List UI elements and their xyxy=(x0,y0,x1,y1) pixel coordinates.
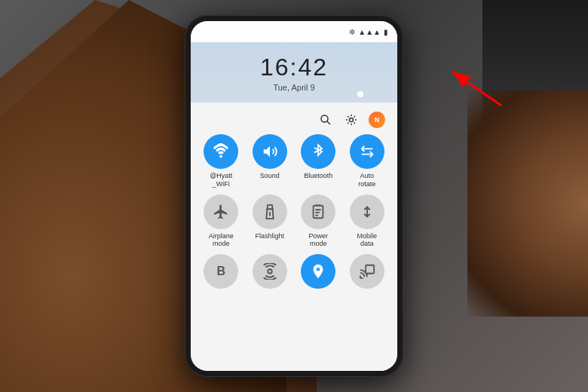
wifi-toggle-btn[interactable] xyxy=(204,134,238,169)
bluetooth-status-icon: ✲ xyxy=(349,28,355,36)
airplane-toggle[interactable]: Airplanemode xyxy=(200,194,243,249)
sound-toggle-btn[interactable] xyxy=(253,134,287,169)
quick-settings-panel: N @Hyatt_WiFi xyxy=(191,103,397,371)
wifi-toggle[interactable]: @Hyatt_WiFi xyxy=(200,134,243,188)
mobiledata-toggle-btn[interactable] xyxy=(350,194,384,229)
location-toggle-btn[interactable] xyxy=(301,254,335,289)
autorotate-toggle[interactable]: Autorotate xyxy=(346,134,389,188)
svg-point-11 xyxy=(268,269,272,274)
powermode-label: Powermode xyxy=(308,232,328,249)
cast-toggle[interactable] xyxy=(346,254,389,292)
powermode-toggle-btn[interactable] xyxy=(301,194,335,229)
flashlight-toggle[interactable]: Flashlight xyxy=(249,194,292,249)
nearshare-toggle[interactable] xyxy=(249,254,292,292)
nearshare-toggle-btn[interactable] xyxy=(253,254,287,289)
svg-point-5 xyxy=(219,155,222,158)
svg-point-2 xyxy=(321,115,328,122)
mobiledata-toggle[interactable]: Mobiledata xyxy=(346,194,389,249)
bluetooth-label: Bluetooth xyxy=(304,172,332,180)
power-icon xyxy=(310,204,326,220)
flashlight-label: Flashlight xyxy=(255,232,284,240)
status-bar: ✲ ▲▲▲ ▮ xyxy=(191,21,397,42)
rotate-icon xyxy=(359,143,375,160)
quick-toggle-row-1: @Hyatt_WiFi Sound xyxy=(197,134,391,188)
airplane-label: Airplanemode xyxy=(209,232,234,249)
clock-area: 16:42 Tue, April 9 xyxy=(191,42,397,103)
nearshare-icon xyxy=(262,263,278,280)
sound-label: Sound xyxy=(260,172,280,180)
battery-status-icon: ▮ xyxy=(384,28,388,36)
powermode-toggle[interactable]: Powermode xyxy=(297,194,340,249)
top-icons-row: N xyxy=(197,109,391,134)
red-arrow xyxy=(437,64,505,109)
notification-letter: N xyxy=(375,116,380,124)
signal-status-icon: ▲▲▲ xyxy=(358,28,381,36)
clock-time: 16:42 xyxy=(260,54,328,81)
bixby-letter: B xyxy=(216,265,225,278)
search-icon xyxy=(320,114,332,126)
phone-screen: ✲ ▲▲▲ ▮ 16:42 Tue, April 9 xyxy=(191,21,397,371)
right-hand xyxy=(467,90,588,317)
airplane-icon xyxy=(213,204,229,220)
clock-date: Tue, April 9 xyxy=(273,83,314,92)
quick-toggle-row-3: B xyxy=(197,248,391,292)
flashlight-toggle-btn[interactable] xyxy=(253,194,287,229)
svg-line-1 xyxy=(452,72,501,106)
bixby-toggle[interactable]: B xyxy=(200,254,243,292)
sound-icon xyxy=(262,143,278,160)
cast-toggle-btn[interactable] xyxy=(350,254,384,289)
svg-point-4 xyxy=(350,118,354,122)
bluetooth-toggle-btn[interactable] xyxy=(301,134,335,169)
phone-frame: ✲ ▲▲▲ ▮ 16:42 Tue, April 9 xyxy=(185,15,403,377)
notification-dot xyxy=(357,91,363,97)
settings-button[interactable] xyxy=(343,112,360,128)
cast-icon xyxy=(359,263,375,280)
airplane-toggle-btn[interactable] xyxy=(204,194,238,229)
mobiledata-label: Mobiledata xyxy=(357,232,377,249)
autorotate-toggle-btn[interactable] xyxy=(350,134,384,169)
bixby-toggle-btn[interactable]: B xyxy=(204,254,238,289)
location-toggle[interactable] xyxy=(297,254,340,292)
sound-toggle[interactable]: Sound xyxy=(249,134,292,188)
svg-line-3 xyxy=(327,121,330,124)
search-button[interactable] xyxy=(317,112,334,128)
autorotate-label: Autorotate xyxy=(358,172,375,188)
wifi-label: @Hyatt_WiFi xyxy=(210,172,232,188)
mobiledata-icon xyxy=(359,204,375,220)
svg-rect-12 xyxy=(366,265,374,274)
bluetooth-toggle[interactable]: Bluetooth xyxy=(297,134,340,188)
flashlight-icon xyxy=(262,204,278,220)
notification-avatar[interactable]: N xyxy=(369,112,385,128)
bluetooth-icon xyxy=(310,143,326,160)
gear-icon xyxy=(345,114,357,126)
wifi-icon xyxy=(213,143,229,160)
location-icon xyxy=(310,263,326,280)
quick-toggle-row-2: Airplanemode Flashlight xyxy=(197,188,391,249)
